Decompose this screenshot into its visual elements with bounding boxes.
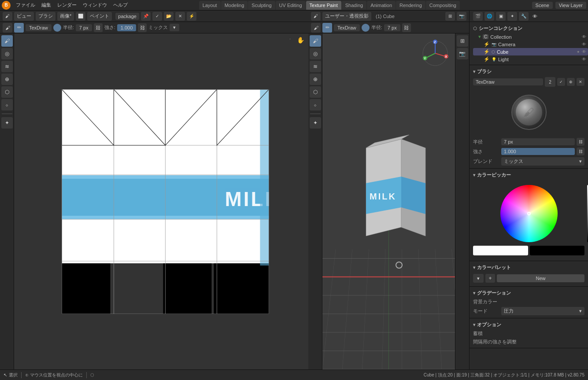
brush-section-header[interactable]: ▾ ブラシ	[470, 67, 588, 76]
menu-window[interactable]: ウィンドウ	[80, 1, 110, 9]
camera-item[interactable]: ⚡ 📷 Camera 👁	[473, 41, 588, 48]
uv-mask-tool[interactable]: ⬦	[1, 99, 13, 111]
strength-prop-field[interactable]: 1.000	[501, 148, 575, 155]
uv-settings-icon[interactable]: ✓	[152, 12, 162, 21]
vp-soften-tool[interactable]: ◎	[310, 48, 321, 59]
light-visibility[interactable]: 👁	[582, 57, 586, 62]
palette-new-btn[interactable]: New	[497, 274, 584, 282]
radius-field[interactable]: 7 px	[76, 24, 92, 31]
vp-right-camera[interactable]: 📷	[457, 48, 468, 59]
prop-icon-scene[interactable]: 🎬	[473, 12, 483, 21]
menu-edit[interactable]: 編集	[39, 1, 54, 9]
menu-render[interactable]: レンダー	[55, 1, 79, 9]
viewport-grid-icon[interactable]: ⊞	[445, 12, 455, 21]
light-item[interactable]: ⚡ 💡 Light 👁	[473, 55, 588, 63]
viewport-gizmo[interactable]: X Y Z	[420, 38, 451, 70]
menu-help[interactable]: ヘルプ	[111, 1, 130, 9]
scene-collection-header[interactable]: ⬡ シーンコレクション	[470, 24, 588, 33]
tab-shading[interactable]: Shading	[342, 1, 366, 10]
swatch-white[interactable]	[473, 246, 528, 255]
cube-item[interactable]: ⚡ ⬡ Cube ✦ 👁	[473, 48, 588, 55]
uv-soften-tool[interactable]: ◎	[1, 48, 13, 59]
color-picker-header[interactable]: ▾ カラーピッカー	[470, 170, 588, 180]
palette-icon-btn[interactable]: ▾	[473, 274, 484, 283]
view-layer-name[interactable]: View Layer	[555, 2, 586, 9]
brush-mode-icon[interactable]: 🖌	[3, 23, 12, 33]
tab-modeling[interactable]: Modeling	[221, 1, 248, 10]
uv-view-menu[interactable]: ビュー	[14, 12, 34, 21]
vp-extra-tool[interactable]: ✦	[310, 117, 321, 129]
radius-link-icon[interactable]: ⛓	[94, 23, 103, 32]
collection-visibility[interactable]: 👁	[582, 34, 586, 39]
vp-paint-icon[interactable]: ✏	[322, 23, 332, 33]
uv-brush-menu[interactable]: ブラシ	[36, 12, 55, 21]
mode-prop-dropdown[interactable]: 圧力 ▾	[501, 307, 584, 315]
options-header[interactable]: ▾ オプション	[470, 320, 588, 329]
prop-icon-particles[interactable]: ✦	[507, 12, 517, 21]
strength-link-btn[interactable]: ⛓	[577, 148, 584, 155]
tab-rendering[interactable]: Rendering	[396, 1, 425, 10]
uv-canvas[interactable]: MILK	[14, 33, 308, 369]
camera-visibility[interactable]: 👁	[582, 42, 586, 47]
tab-layout[interactable]: Layout	[199, 1, 221, 10]
gradient-header[interactable]: ▾ グラデーション	[470, 288, 588, 298]
menu-file[interactable]: ファイル	[13, 1, 38, 9]
strength-link-icon[interactable]: ⛓	[138, 23, 147, 32]
uv-extra-icon[interactable]: ⚡	[187, 12, 196, 21]
brush-name-dropdown[interactable]: TexDraw	[26, 24, 52, 31]
vp-mode-icon[interactable]: 🖌	[311, 23, 321, 33]
uv-draw-tool[interactable]: 🖌	[1, 35, 13, 47]
swatch-black[interactable]	[530, 246, 585, 255]
vp-radius-field[interactable]: 7 px	[384, 24, 400, 31]
tab-uv-editing[interactable]: UV Editing	[276, 1, 306, 10]
viewport-view-menu[interactable]: ユーザー・透視投影	[322, 12, 371, 21]
uv-pin-icon[interactable]: 📌	[141, 12, 151, 21]
radius-link-btn[interactable]: ⛓	[577, 138, 584, 146]
collection-item[interactable]: ▾ C Collection 👁	[473, 33, 588, 41]
prop-icon-world[interactable]: 🌐	[484, 12, 494, 21]
brush-copy-icon[interactable]: ⊕	[567, 78, 575, 86]
vp-smear-tool[interactable]: ≋	[310, 61, 321, 72]
uv-image-menu[interactable]: 画像*	[57, 12, 74, 21]
vp-clone-tool[interactable]: ⊕	[310, 74, 321, 85]
scene-name[interactable]: Scene	[532, 2, 553, 9]
strength-field[interactable]: 1.000	[117, 24, 137, 31]
blend-prop-dropdown[interactable]: ミックス ▾	[501, 157, 584, 166]
cube-visibility[interactable]: 👁	[582, 49, 586, 54]
vp-fill-tool[interactable]: ⬡	[310, 86, 321, 98]
uv-close-icon[interactable]: ✕	[175, 12, 185, 21]
prop-icon-brush[interactable]: 🔧	[519, 12, 529, 21]
color-wheel[interactable]	[500, 185, 558, 242]
uv-extra-tool[interactable]: ✦	[1, 117, 13, 129]
brush-number[interactable]: 2	[545, 77, 555, 87]
vp-brush-name[interactable]: TexDraw	[334, 24, 360, 31]
tab-sculpting[interactable]: Sculpting	[248, 1, 275, 10]
radius-prop-field[interactable]: 7 px	[501, 138, 575, 145]
viewport-mode-icon[interactable]: 🖌	[311, 12, 321, 21]
image-selector[interactable]: package	[115, 13, 139, 20]
uv-smear-tool[interactable]: ≋	[1, 61, 13, 72]
brush-shield-icon[interactable]: ✓	[557, 78, 565, 86]
vp-radius-link[interactable]: ⛓	[402, 23, 411, 32]
color-palette-header[interactable]: ▾ カラーパレット	[470, 263, 588, 272]
vp-right-grid[interactable]: ⊞	[457, 35, 468, 47]
vp-brush-color[interactable]	[362, 24, 370, 32]
viewport-camera-icon[interactable]: 📷	[457, 12, 466, 21]
uv-folder-icon[interactable]: 📂	[164, 12, 174, 21]
uv-brush-icon[interactable]: ⬜	[76, 12, 85, 21]
mix-dropdown[interactable]: ▾	[170, 24, 179, 31]
tab-compositing[interactable]: Compositing	[426, 1, 460, 10]
uv-mode-icon[interactable]: 🖌	[3, 12, 12, 21]
brush-name-field[interactable]: TexDraw	[473, 78, 543, 85]
palette-add-btn[interactable]: +	[485, 274, 495, 283]
vp-mask-tool[interactable]: ⬦	[310, 99, 321, 111]
uv-paint-mode[interactable]: ペイント	[87, 12, 112, 21]
uv-clone-tool[interactable]: ⊕	[1, 74, 13, 85]
blender-logo[interactable]: B	[2, 1, 11, 10]
brush-close-icon[interactable]: ✕	[577, 78, 584, 86]
uv-fill-tool[interactable]: ⬡	[1, 86, 13, 98]
3d-scene[interactable]: MILK	[322, 33, 455, 369]
vp-draw-tool[interactable]: 🖌	[310, 35, 321, 47]
tab-animation[interactable]: Animation	[367, 1, 396, 10]
brush-color-swatch[interactable]	[53, 24, 61, 32]
